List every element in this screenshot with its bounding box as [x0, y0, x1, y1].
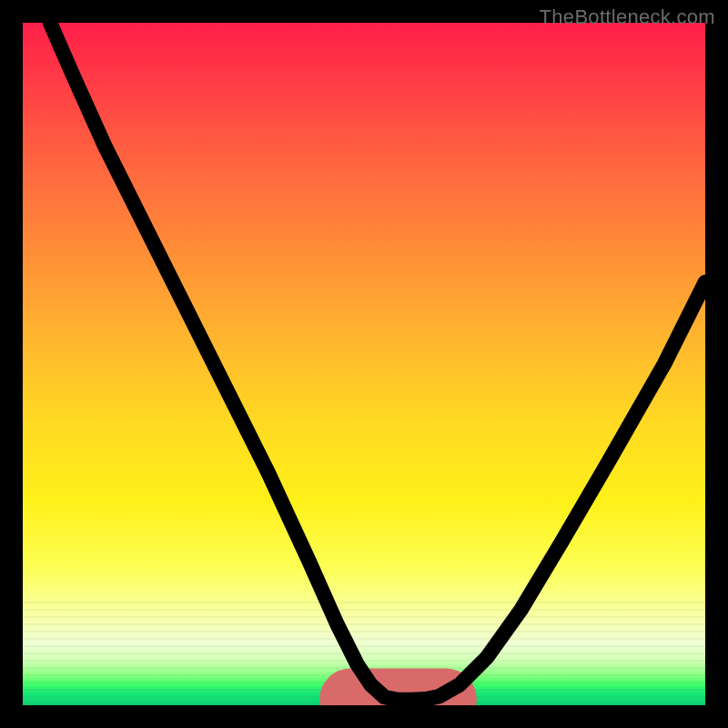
watermark-label: TheBottleneck.com: [540, 5, 715, 29]
chart-frame: TheBottleneck.com: [0, 0, 728, 728]
plot-area: [23, 23, 705, 705]
score-gradient-background: [23, 23, 705, 705]
